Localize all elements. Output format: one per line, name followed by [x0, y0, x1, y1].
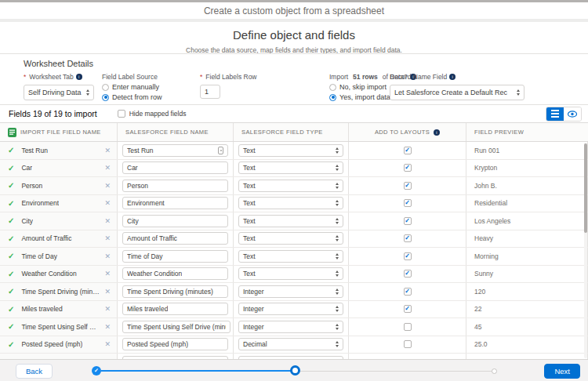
- unmap-field-icon[interactable]: ✕: [104, 288, 111, 296]
- salesforce-field-name-input[interactable]: Car: [122, 161, 228, 174]
- unmap-field-icon[interactable]: ✕: [104, 199, 111, 207]
- field-type-select[interactable]: Text: [238, 180, 343, 192]
- header-add-to-layouts: ADD TO LAYOUTS i: [349, 123, 466, 141]
- stepper-icon: [517, 89, 520, 96]
- salesforce-field-name-input[interactable]: Test Run: [122, 144, 228, 157]
- field-preview-value: 22: [474, 305, 481, 313]
- add-to-layouts-checkbox[interactable]: [404, 147, 412, 154]
- unmap-field-icon[interactable]: ✕: [104, 234, 111, 242]
- add-to-layouts-checkbox[interactable]: [404, 270, 412, 278]
- mapped-check-icon: ✓: [8, 322, 14, 331]
- unmap-field-icon[interactable]: ✕: [104, 270, 111, 278]
- add-to-layouts-checkbox[interactable]: [404, 199, 412, 207]
- info-icon[interactable]: i: [449, 74, 456, 80]
- import-field-name: Environment: [21, 199, 59, 207]
- hide-mapped-fields-checkbox[interactable]: [118, 110, 125, 118]
- salesforce-field-name-input[interactable]: Environment: [122, 197, 228, 209]
- mapped-check-icon: ✓: [8, 216, 14, 225]
- radio-option-enter-manually[interactable]: Enter manually: [102, 83, 162, 91]
- next-button[interactable]: Next: [544, 364, 580, 379]
- record-name-field-select[interactable]: Let Salesforce Create a Default Rec: [390, 85, 524, 100]
- table-row: ✓ Weather Condition ✕ Weather Condition …: [0, 266, 588, 284]
- salesforce-field-name-input[interactable]: Amount of Traffic: [122, 232, 228, 245]
- progress-step-3: [492, 368, 497, 374]
- progress-step-1-done-icon: ✓: [92, 366, 101, 376]
- unmap-field-icon[interactable]: ✕: [104, 305, 111, 313]
- add-to-layouts-checkbox[interactable]: [404, 252, 412, 260]
- field-type-select[interactable]: Text: [238, 144, 343, 157]
- salesforce-field-name-input[interactable]: Weather Condition: [122, 267, 228, 280]
- radio-icon[interactable]: [102, 84, 109, 91]
- table-row: ✓ Environment ✕ Environment Text Residen…: [0, 195, 588, 213]
- field-labels-row-label: * Field Labels Row: [200, 73, 257, 81]
- radio-icon[interactable]: [329, 94, 336, 101]
- modal-titlebar: Create a custom object from a spreadshee…: [0, 2, 588, 19]
- page-title: Define object and fields: [0, 28, 588, 42]
- field-type-select[interactable]: Text: [238, 250, 343, 263]
- salesforce-field-name-input[interactable]: Posted Speed (mph): [122, 338, 228, 350]
- salesforce-field-name-input[interactable]: Time Spent Driving (minutes): [122, 285, 228, 298]
- field-preview-value: John B.: [474, 182, 497, 190]
- add-to-layouts-checkbox[interactable]: [404, 182, 412, 190]
- spreadsheet-icon: [8, 128, 16, 137]
- unmap-field-icon[interactable]: ✕: [104, 252, 111, 260]
- radio-option-detect-from-row[interactable]: Detect from row: [102, 93, 162, 101]
- salesforce-field-name-input[interactable]: Time of Day: [122, 250, 228, 263]
- unmap-field-icon[interactable]: ✕: [104, 147, 111, 154]
- field-type-select[interactable]: Integer: [238, 303, 343, 315]
- field-label-source-radios: Enter manuallyDetect from row: [102, 83, 162, 101]
- salesforce-field-name-input[interactable]: Person: [122, 180, 228, 192]
- radio-icon[interactable]: [329, 84, 336, 91]
- radio-icon[interactable]: [102, 94, 109, 101]
- field-type-select[interactable]: Text: [238, 215, 343, 227]
- preview-view-button[interactable]: [564, 107, 581, 121]
- add-to-layouts-checkbox[interactable]: [404, 234, 412, 242]
- worksheet-tab-label: * Worksheet Tab i: [24, 73, 94, 81]
- info-icon[interactable]: i: [76, 74, 82, 80]
- mapped-check-icon: ✓: [8, 199, 14, 208]
- add-to-layouts-checkbox[interactable]: [404, 323, 412, 331]
- field-type-select[interactable]: Text: [238, 197, 343, 209]
- add-to-layouts-checkbox[interactable]: [404, 217, 412, 225]
- import-field-name: Posted Speed (mph): [21, 340, 82, 348]
- unmap-field-icon[interactable]: ✕: [104, 340, 111, 348]
- mapped-check-icon: ✓: [8, 287, 14, 296]
- import-field-name: Person: [21, 182, 42, 190]
- table-scrollbar-thumb[interactable]: [584, 143, 587, 233]
- field-type-select[interactable]: Text: [238, 267, 343, 280]
- table-row: ✓ ✕: [0, 354, 588, 359]
- field-preview-value: Sunny: [474, 270, 493, 278]
- stepper-icon: [336, 270, 339, 277]
- field-labels-row-input[interactable]: 1: [200, 85, 220, 99]
- back-button[interactable]: Back: [16, 364, 53, 379]
- field-type-select[interactable]: Text: [238, 161, 343, 174]
- info-icon[interactable]: i: [434, 129, 440, 136]
- stepper-icon: [336, 235, 339, 241]
- stepper-icon: [336, 218, 339, 224]
- field-type-select[interactable]: Integer: [238, 321, 343, 333]
- unmap-field-icon[interactable]: ✕: [104, 323, 111, 331]
- add-to-layouts-checkbox[interactable]: [404, 340, 412, 348]
- list-view-button[interactable]: [546, 107, 564, 121]
- salesforce-field-name-input[interactable]: Miles traveled: [122, 303, 228, 315]
- field-type-select[interactable]: Text: [238, 232, 343, 245]
- worksheet-tab-select[interactable]: Self Driving Data: [24, 85, 94, 100]
- add-to-layouts-checkbox[interactable]: [404, 305, 412, 313]
- table-row: ✓ Car ✕ Car Text Krypton: [0, 160, 588, 178]
- field-preview-value: Krypton: [474, 164, 497, 172]
- unmap-field-icon[interactable]: ✕: [104, 217, 111, 225]
- field-type-select[interactable]: Decimal: [238, 338, 343, 350]
- salesforce-field-name-input[interactable]: Time Spent Using Self Drive (minutes): [122, 321, 230, 333]
- record-name-field-group: Record Name Field i Let Salesforce Creat…: [390, 73, 524, 100]
- add-to-layouts-checkbox[interactable]: [404, 164, 412, 172]
- mapped-check-icon: ✓: [8, 146, 14, 154]
- import-field-name: Time Spent Driving (minutes): [21, 288, 100, 296]
- field-preview-value: 25.0: [474, 340, 488, 348]
- stepper-icon: [336, 183, 339, 189]
- mapped-check-icon: ✓: [8, 234, 14, 243]
- unmap-field-icon[interactable]: ✕: [104, 164, 111, 172]
- add-to-layouts-checkbox[interactable]: [404, 288, 412, 296]
- field-type-select[interactable]: Integer: [238, 285, 343, 298]
- unmap-field-icon[interactable]: ✕: [104, 182, 111, 190]
- salesforce-field-name-input[interactable]: City: [122, 215, 228, 227]
